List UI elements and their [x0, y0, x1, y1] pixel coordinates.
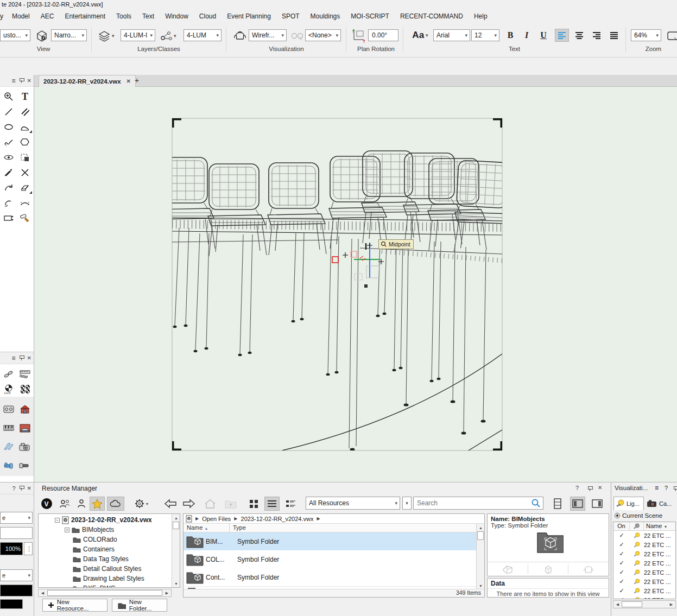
dimension-tool[interactable] [17, 366, 33, 382]
scroll-right-arrow[interactable]: ▶ [163, 589, 171, 597]
palette-help-icon[interactable]: ? [12, 485, 15, 492]
rotate-tool[interactable] [1, 180, 17, 195]
mirror-tool[interactable] [1, 195, 17, 211]
preview-render-icon[interactable] [568, 565, 609, 574]
close-tab-icon[interactable]: ✕ [126, 78, 131, 84]
tab-lights[interactable]: Lig... [613, 497, 644, 510]
new-tab-button[interactable]: + [135, 76, 139, 85]
list-view-icon[interactable] [264, 497, 280, 511]
thumbnail-view-icon[interactable] [246, 497, 261, 511]
light-row[interactable]: ✓22 ETC ... [613, 540, 675, 549]
align-points-tool[interactable] [17, 382, 33, 397]
column-on[interactable]: On [613, 522, 630, 530]
menu-text[interactable]: Text [137, 9, 160, 24]
vectorworks-libraries-icon[interactable]: V [40, 497, 54, 511]
scroll-thumb[interactable] [622, 601, 642, 607]
background-dropdown[interactable]: <None>▾ [305, 29, 341, 41]
scroll-right-arrow[interactable]: ▶ [667, 601, 675, 608]
preview-pane-icon[interactable] [551, 497, 564, 511]
italic-button[interactable]: I [520, 29, 533, 42]
light-row[interactable]: ✓22 ETC ... [613, 586, 675, 595]
photometer-tool[interactable]: LUX [1, 382, 17, 397]
pen-style-dropdown[interactable]: e▾ [0, 569, 33, 581]
menu-entertainment[interactable]: Entertainment [59, 9, 111, 24]
line-thickness-well[interactable] [0, 599, 23, 609]
filter-menu-button[interactable]: ▾ [402, 497, 412, 510]
classes-icon[interactable]: ▾ [160, 29, 176, 42]
detail-view-icon[interactable] [283, 497, 298, 511]
delete-tool[interactable] [17, 165, 33, 180]
cloud-libraries-icon[interactable] [107, 497, 124, 511]
resource-row-colorado[interactable]: COL... Symbol Folder [184, 550, 484, 568]
scroll-down-arrow[interactable]: ▼ [172, 580, 180, 587]
scroll-up-arrow[interactable]: ▲ [172, 514, 180, 522]
pen-color-well[interactable] [0, 585, 33, 596]
light-row[interactable]: ✓22 ETC ... [613, 549, 675, 558]
align-justify-button[interactable] [607, 29, 621, 42]
menu-help[interactable]: Help [469, 9, 493, 24]
saved-view-dropdown[interactable]: usto...▾ [0, 29, 30, 41]
reshape-tool[interactable] [17, 150, 33, 165]
attribute-brush-tool[interactable] [1, 165, 17, 180]
visibility-tool[interactable] [1, 150, 17, 165]
new-resource-button[interactable]: New Resource... [42, 599, 107, 612]
menu-cloud[interactable]: Cloud [194, 9, 222, 24]
lights-table[interactable]: On Name ▼ ✓22 ETC ... ✓22 ETC ... ✓22 ET… [613, 522, 676, 599]
tree-horizontal-scrollbar[interactable]: ◀ ▶ [38, 589, 172, 597]
resource-row-containers[interactable]: Cont... Symbol Folder [184, 568, 484, 586]
toolset-plumbing[interactable] [1, 458, 17, 474]
light-row[interactable]: ✓22 ETC ... [613, 568, 675, 577]
settings-gear-icon[interactable]: ▾ [132, 497, 150, 511]
resource-tree[interactable]: − V 2023-12-02-RR_v2024.vwx + BIMobjects… [38, 513, 180, 588]
offset-tool[interactable] [1, 211, 17, 226]
tree-item-dxf-dwg[interactable]: DXF_DWG [41, 583, 180, 588]
palette-menu-icon[interactable]: ≡ [12, 77, 16, 85]
resource-row-bimobjects[interactable]: BIM... Symbol Folder [184, 532, 484, 550]
column-headers[interactable]: Name ▲ Type [184, 524, 484, 532]
zoom-tool[interactable] [1, 89, 17, 104]
palette-pin-icon[interactable] [19, 78, 24, 83]
menu-recent-command[interactable]: RECENT-COMMAND [395, 9, 469, 24]
search-box[interactable] [413, 497, 543, 510]
text-format-button[interactable]: Aa▾ [408, 29, 432, 42]
active-layer-dropdown[interactable]: 4-LUM-I▾ [121, 29, 155, 41]
favorites-icon[interactable] [90, 497, 105, 511]
scroll-thumb[interactable] [477, 531, 484, 540]
font-dropdown[interactable]: Arial▾ [433, 29, 470, 41]
palette-close-icon[interactable]: ✕ [27, 485, 31, 491]
font-size-dropdown[interactable]: 12▾ [471, 29, 499, 41]
palette-close-icon[interactable]: ✕ [27, 78, 31, 84]
preview-3d-icon[interactable] [528, 565, 568, 574]
scroll-left-arrow[interactable]: ◀ [39, 589, 47, 597]
menu-spot[interactable]: SPOT [276, 9, 305, 24]
toolset-camera[interactable] [17, 439, 33, 455]
bold-button[interactable]: B [504, 29, 517, 42]
render-mode-dropdown[interactable]: Wirefr...▾ [249, 29, 287, 41]
palette-pin-icon[interactable] [19, 355, 24, 360]
viz-pin-icon[interactable] [673, 486, 677, 491]
active-class-dropdown[interactable]: 4-LUM▾ [184, 29, 222, 41]
tree-item-drawing-label-styles[interactable]: Drawing Label Styles [41, 574, 180, 583]
viz-horizontal-scrollbar[interactable]: ◀ ▶ [613, 600, 676, 608]
opacity-menu-button[interactable]: ⋮ [24, 542, 33, 555]
browser-vertical-scrollbar[interactable]: ▲ ▼ [476, 524, 484, 589]
viz-menu-icon[interactable]: ≡ [655, 484, 659, 492]
scroll-up-arrow[interactable]: ▲ [477, 524, 485, 531]
align-right-button[interactable] [590, 29, 604, 42]
split-right-pane-icon[interactable] [590, 497, 605, 511]
expand-icon[interactable]: + [65, 528, 69, 532]
tab-cameras[interactable]: Ca... [644, 497, 676, 510]
light-row[interactable]: ✓22 ETC ... [613, 558, 675, 568]
fillet-tool[interactable] [17, 195, 33, 211]
breadcrumb-file[interactable]: 2023-12-02-RR_v2024.vwx [241, 516, 314, 522]
drawing-canvas[interactable]: Midpoint [34, 87, 677, 482]
toolset-glazing[interactable] [1, 439, 17, 455]
light-row[interactable]: ✓22 ETC [613, 595, 675, 599]
breadcrumb-open-files[interactable]: Open Files [202, 516, 231, 522]
search-input[interactable] [414, 499, 531, 507]
menu-window[interactable]: Window [160, 9, 194, 24]
column-light-name[interactable]: Name ▼ [644, 522, 675, 530]
fit-window-icon[interactable] [667, 29, 677, 42]
tree-item-detail-callout-styles[interactable]: Detail Callout Styles [41, 564, 180, 574]
back-arrow-icon[interactable] [163, 497, 178, 511]
